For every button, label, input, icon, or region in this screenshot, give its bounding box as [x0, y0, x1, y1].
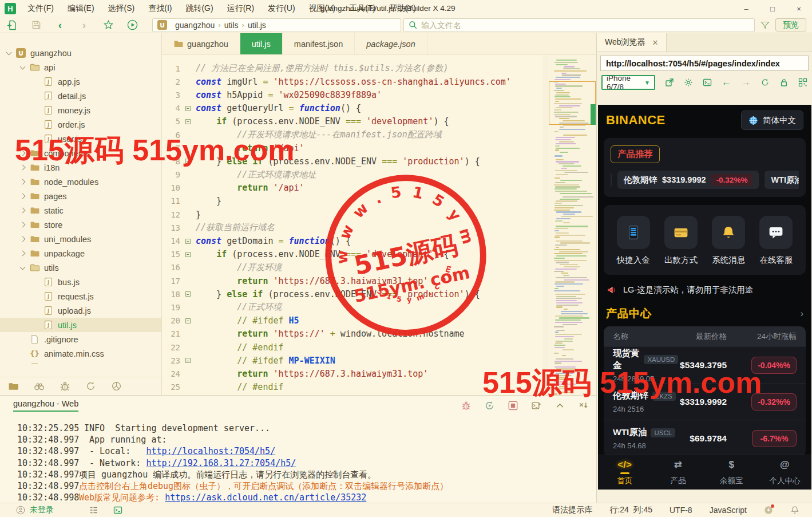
tree-item-app.js[interactable]: Japp.js: [0, 74, 161, 89]
line-number[interactable]: 16: [162, 263, 180, 272]
nav-item-个人中心[interactable]: @个人中心: [758, 455, 811, 490]
language-button[interactable]: 简体中文: [741, 110, 803, 130]
line-number[interactable]: 21: [162, 329, 180, 338]
preview-button[interactable]: 预览: [775, 18, 806, 31]
tree-item-animate.min.css[interactable]: {}animate.min.css: [0, 346, 161, 361]
minimize-button[interactable]: –: [733, 0, 759, 17]
quick-action-在线客服[interactable]: 在线客服: [759, 216, 793, 266]
qr-code-icon[interactable]: [798, 78, 807, 87]
outline-icon[interactable]: [89, 506, 98, 515]
minimap-viewport[interactable]: [591, 104, 596, 125]
tree-item-static[interactable]: static: [0, 203, 161, 218]
line-number[interactable]: 9: [162, 170, 180, 179]
menu-编辑(E)[interactable]: 编辑(E): [62, 2, 100, 15]
line-number[interactable]: 15: [162, 250, 180, 259]
breadcrumb-item[interactable]: util.js: [248, 21, 266, 30]
tree-item-store[interactable]: store: [0, 218, 161, 232]
editor-tab-package.json[interactable]: package.json: [355, 33, 427, 54]
editor-tab-util.js[interactable]: util.js: [240, 33, 283, 54]
stop-icon[interactable]: [508, 401, 518, 411]
notification-bell-icon[interactable]: [790, 506, 799, 515]
tree-item-api[interactable]: api: [0, 60, 161, 74]
tree-item-money.js[interactable]: Jmoney.js: [0, 103, 161, 117]
line-number[interactable]: 12: [162, 210, 180, 219]
star-button[interactable]: [96, 17, 120, 33]
tree-item-unpackage[interactable]: unpackage: [0, 246, 161, 261]
line-number[interactable]: 18: [162, 290, 180, 299]
ticker-item[interactable]: WTI原油: [765, 171, 799, 189]
filter-icon[interactable]: [760, 21, 770, 30]
line-number[interactable]: 4: [162, 104, 180, 113]
new-file-button[interactable]: [0, 17, 24, 33]
tree-item-i18n[interactable]: i18n: [0, 160, 161, 175]
tree-item-bus.js[interactable]: Jbus.js: [0, 275, 161, 289]
line-number[interactable]: 23: [162, 356, 180, 365]
open-external-icon[interactable]: [665, 78, 674, 87]
tree-item-components[interactable]: components: [0, 146, 161, 160]
tree-item-detail.js[interactable]: Jdetail.js: [0, 89, 161, 103]
line-number[interactable]: 8: [162, 157, 180, 166]
login-status[interactable]: 未登录: [30, 505, 54, 515]
maximize-button[interactable]: □: [759, 0, 786, 17]
console-window-icon[interactable]: [703, 78, 712, 87]
tree-item-App.vue[interactable]: VApp.vue: [0, 361, 161, 364]
save-button[interactable]: [24, 17, 48, 33]
fold-icon[interactable]: [183, 291, 192, 297]
product-row-XAUUSD[interactable]: 现货黄金XAUUSD24h 2859.05$5349.3795-0.04%%: [604, 346, 806, 383]
collapse-icon[interactable]: [555, 401, 565, 411]
editor-tab-guangzhou[interactable]: guangzhou: [162, 33, 240, 54]
code-area[interactable]: 1// 方法已在全局注册,使用方法时 this.$utils.方法名(参数)2c…: [162, 55, 542, 395]
fold-icon[interactable]: [183, 252, 192, 257]
gear-icon[interactable]: [684, 78, 693, 87]
line-number[interactable]: 13: [162, 223, 180, 232]
fold-icon[interactable]: [183, 239, 192, 244]
console-link[interactable]: http://192.168.31.27:7054/h5/: [146, 458, 296, 469]
line-number[interactable]: 17: [162, 277, 180, 286]
fold-icon[interactable]: [183, 159, 192, 164]
tree-item-pages[interactable]: pages: [0, 189, 161, 203]
search-view-icon[interactable]: [34, 381, 45, 392]
line-number[interactable]: 20: [162, 316, 180, 325]
line-number[interactable]: 19: [162, 303, 180, 312]
line-number[interactable]: 14: [162, 236, 180, 246]
terminal-icon[interactable]: [113, 506, 122, 515]
minimap[interactable]: [548, 55, 596, 395]
run-button[interactable]: [120, 17, 144, 33]
menu-发行(U)[interactable]: 发行(U): [262, 2, 300, 15]
tree-item-upload.js[interactable]: Jupload.js: [0, 303, 161, 318]
nav-back-button[interactable]: ‹: [48, 17, 72, 33]
line-number[interactable]: 25: [162, 382, 180, 392]
line-number[interactable]: 22: [162, 343, 180, 352]
menu-跳转(G)[interactable]: 跳转(G): [180, 2, 219, 15]
quick-action-出款方式[interactable]: 出款方式: [664, 216, 698, 266]
line-number[interactable]: 5: [162, 117, 180, 126]
menu-查找(I)[interactable]: 查找(I): [142, 2, 177, 15]
editor-tab-manifest.json[interactable]: manifest.json: [283, 33, 355, 54]
line-number[interactable]: 3: [162, 90, 180, 100]
browser-forward-icon[interactable]: →: [741, 77, 751, 88]
line-number[interactable]: 1: [162, 64, 180, 73]
tree-item-request.js[interactable]: Jrequest.js: [0, 289, 161, 303]
nav-item-产品[interactable]: ⇄产品: [651, 455, 704, 490]
device-selector[interactable]: iPhone 6/7/8▼: [601, 75, 655, 90]
menu-文件(F)[interactable]: 文件(F): [22, 2, 60, 15]
fold-icon[interactable]: [183, 318, 192, 323]
line-number[interactable]: 24: [162, 369, 180, 378]
close-icon[interactable]: ✕: [652, 38, 659, 47]
ticker-item[interactable]: 伦敦期锌$3319.9992-0.32%%: [617, 171, 759, 189]
tree-item-guangzhou[interactable]: Uguangzhou: [0, 46, 161, 60]
language-label[interactable]: JavaScript: [710, 506, 747, 515]
breadcrumb-item[interactable]: utils: [224, 21, 239, 30]
url-input[interactable]: [601, 59, 808, 68]
tree-item-utils[interactable]: utils: [0, 261, 161, 275]
console-link[interactable]: http://localhost:7054/h5/: [146, 446, 275, 457]
breadcrumb-item[interactable]: guangzhou: [175, 21, 215, 30]
nav-item-余额宝[interactable]: $余额宝: [705, 455, 758, 490]
line-number[interactable]: 7: [162, 144, 180, 153]
console-tab[interactable]: guangzhou - Web: [13, 399, 78, 412]
lock-icon[interactable]: [779, 78, 789, 87]
debug-view-icon[interactable]: [60, 381, 70, 392]
line-number[interactable]: 6: [162, 131, 180, 140]
fold-icon[interactable]: [183, 119, 192, 124]
product-row-LKZS[interactable]: 伦敦期锌LKZS24h 2516$3319.9992-0.32%%: [604, 383, 806, 420]
